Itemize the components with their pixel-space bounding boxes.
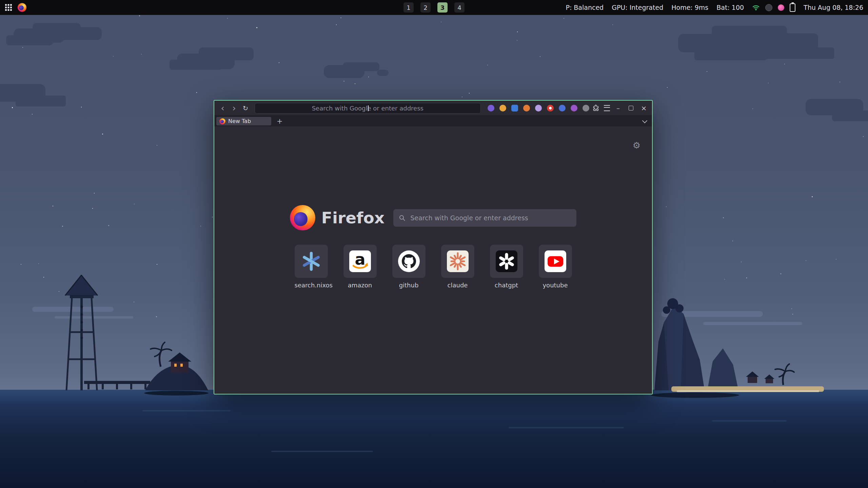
tray-indicator-icon[interactable] (778, 4, 784, 11)
minimize-button[interactable]: – (613, 103, 623, 113)
extension-icon[interactable] (499, 105, 506, 111)
battery-status: Bat: 100 (716, 4, 744, 11)
hamburger-icon (604, 105, 610, 111)
amazon-icon: a (349, 250, 371, 272)
extension-icon[interactable] (583, 105, 589, 111)
browser-toolbar: ‹ › ↻ Search with Google or enter addres… (214, 101, 652, 116)
firefox-logo (290, 205, 315, 230)
chatgpt-icon (496, 250, 517, 272)
power-profile-status: P: Balanced (566, 4, 604, 11)
claude-icon (447, 250, 469, 272)
forward-button[interactable]: › (229, 103, 239, 113)
workspace-button-4[interactable]: 4 (454, 2, 465, 13)
extension-icon[interactable] (571, 105, 577, 111)
extension-icon[interactable] (559, 105, 566, 111)
extension-icon[interactable] (535, 105, 542, 111)
status-bar: 1 2 3 4 P: Balanced GPU: Integrated Home… (0, 0, 868, 15)
newtab-search[interactable] (393, 209, 576, 227)
close-button[interactable]: × (639, 103, 649, 113)
shortcut-tile-claude[interactable]: claude (441, 245, 474, 289)
firefox-window: ‹ › ↻ Search with Google or enter addres… (214, 100, 653, 394)
urlbar[interactable]: Search with Google or enter address (255, 103, 481, 114)
menu-button[interactable] (602, 103, 612, 113)
shortcut-tile-search-nixos[interactable]: search.nixos (295, 245, 328, 289)
workspace-button-3[interactable]: 3 (437, 2, 448, 13)
shortcut-tile-amazon[interactable]: a amazon (343, 245, 377, 289)
shortcut-tile-github[interactable]: github (392, 245, 426, 289)
workspace-button-2[interactable]: 2 (420, 2, 431, 13)
workspace-switcher: 1 2 3 4 (403, 0, 465, 15)
firefox-icon (18, 3, 26, 12)
nixos-icon (300, 250, 322, 272)
tile-label: search.nixos (295, 282, 328, 289)
newtab-hero: Firefox (214, 205, 652, 230)
newtab-search-input[interactable] (410, 214, 571, 222)
clock[interactable]: Thu Aug 08, 18:26 (804, 4, 863, 11)
shortcut-tiles: search.nixos a amazon (214, 245, 652, 289)
desktop: 1 2 3 4 P: Balanced GPU: Integrated Home… (0, 0, 868, 488)
tile-label: github (392, 282, 426, 289)
svg-text:a: a (355, 250, 365, 268)
home-latency-status: Home: 9ms (671, 4, 708, 11)
search-icon (399, 215, 406, 221)
tray-status-icon[interactable] (765, 4, 772, 11)
new-tab-button[interactable]: + (275, 117, 285, 125)
back-button[interactable]: ‹ (218, 103, 228, 113)
firefox-wordmark: Firefox (321, 208, 384, 227)
tab-title: New Tab (228, 118, 251, 124)
tile-label: claude (441, 282, 474, 289)
wifi-icon[interactable] (752, 4, 760, 11)
extension-toolbar (488, 105, 589, 111)
extension-icon[interactable] (523, 105, 530, 111)
chevron-down-icon (642, 118, 648, 123)
apps-grid-icon (5, 4, 12, 11)
settings-gear-icon[interactable]: ⚙ (631, 140, 643, 151)
shortcut-tile-youtube[interactable]: youtube (539, 245, 572, 289)
maximize-button[interactable] (626, 103, 636, 113)
extensions-puzzle-icon[interactable] (591, 103, 601, 113)
extension-icon[interactable] (547, 105, 554, 111)
github-icon (398, 250, 420, 272)
extension-icon[interactable] (511, 105, 518, 111)
battery-icon[interactable] (790, 3, 795, 12)
youtube-icon (545, 250, 566, 272)
tile-label: chatgpt (490, 282, 523, 289)
text-caret (368, 105, 369, 111)
tile-label: youtube (539, 282, 572, 289)
window-controls: – × (613, 103, 649, 113)
tab-bar: New Tab + (214, 116, 652, 126)
tile-label: amazon (343, 282, 377, 289)
firefox-taskbar-icon[interactable] (18, 3, 26, 12)
new-tab-page: ⚙ Firefox (214, 126, 652, 394)
gpu-status: GPU: Integrated (612, 4, 663, 11)
app-launcher-button[interactable] (5, 4, 12, 11)
tab-new-tab[interactable]: New Tab (216, 117, 271, 125)
workspace-button-1[interactable]: 1 (403, 2, 414, 13)
reload-button[interactable]: ↻ (240, 103, 251, 113)
tab-overflow-button[interactable] (642, 118, 648, 124)
extension-icon[interactable] (488, 105, 494, 111)
shortcut-tile-chatgpt[interactable]: chatgpt (490, 245, 523, 289)
maximize-icon (629, 106, 633, 110)
firefox-favicon (219, 118, 225, 124)
urlbar-placeholder-text: Search with Google or enter address (312, 105, 423, 112)
